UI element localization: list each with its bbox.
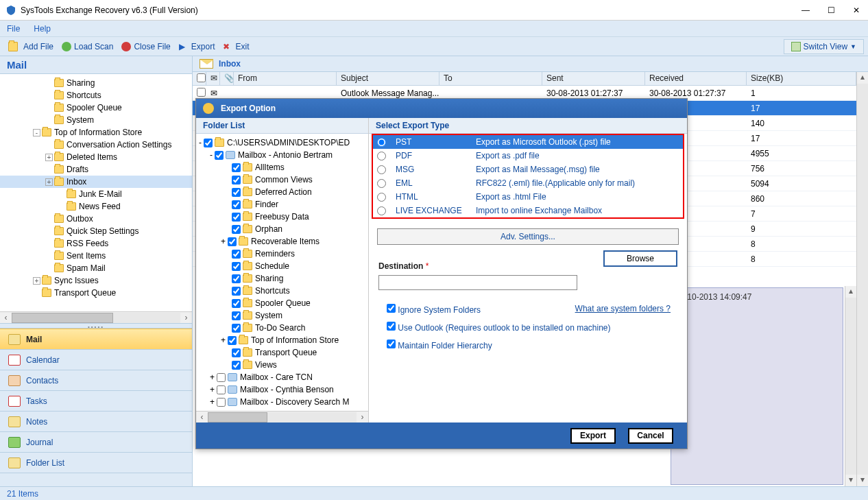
splitter[interactable]: ••••• — [0, 323, 192, 329]
export-tree-item[interactable]: +Mailbox - Discovery Search M — [199, 396, 367, 408]
preview-vscroll[interactable]: ▴▾ — [845, 286, 856, 486]
chk-maintain-hierarchy[interactable]: Maintain Folder Hierarchy — [387, 340, 677, 350]
tree-item[interactable]: Spooler Queue — [0, 102, 192, 114]
dlg-tree-hscroll[interactable]: ‹› — [196, 411, 368, 422]
grid-vscroll[interactable]: ▴▾ — [856, 72, 868, 486]
nav-notes[interactable]: Notes — [0, 411, 192, 431]
export-tree-item[interactable]: -C:\USERS\ADMIN\DESKTOP\ED — [199, 136, 367, 149]
tree-hscroll[interactable]: ‹› — [0, 311, 192, 323]
tree-item[interactable]: System — [0, 114, 192, 126]
tree-item[interactable]: Sharing — [0, 77, 192, 89]
exit-icon: ✖ — [223, 42, 232, 51]
col-from[interactable]: From — [234, 72, 337, 85]
close-file-button[interactable]: Close File — [117, 40, 174, 53]
dialog-cancel-button[interactable]: Cancel — [628, 428, 673, 444]
tree-item[interactable]: Quick Step Settings — [0, 225, 192, 237]
tree-item[interactable]: Outbox — [0, 213, 192, 225]
export-tree-item[interactable]: Transport Queue — [199, 346, 367, 359]
nav-mail[interactable]: Mail — [0, 329, 192, 349]
export-type-option[interactable]: PDFExport as .pdf file — [373, 149, 683, 163]
tree-item[interactable]: Sent Items — [0, 250, 192, 262]
export-tree-item[interactable]: +Mailbox - Care TCN — [199, 371, 367, 383]
what-system-folders-link[interactable]: What are system folders ? — [575, 304, 671, 313]
select-export-header: Select Export Type — [369, 118, 687, 134]
tree-item[interactable]: +Deleted Items — [0, 151, 192, 163]
export-tree-item[interactable]: +Top of Information Store — [199, 334, 367, 346]
left-panel-title: Mail — [0, 56, 192, 74]
destination-input[interactable] — [378, 275, 577, 290]
export-tree-item[interactable]: Sharing — [199, 272, 367, 285]
export-tree-item[interactable]: -Mailbox - Antonio Bertram — [199, 149, 367, 161]
nav-journal[interactable]: Journal — [0, 431, 192, 452]
col-sent[interactable]: Sent — [542, 72, 645, 85]
maximize-button[interactable]: ☐ — [825, 3, 838, 18]
nav-folder-list[interactable]: Folder List — [0, 452, 192, 473]
export-tree-item[interactable]: +Mailbox - Cynthia Benson — [199, 383, 367, 396]
export-tree-item[interactable]: System — [199, 309, 367, 322]
switch-view-icon — [791, 42, 801, 51]
adv-settings-button[interactable]: Adv. Settings... — [377, 228, 679, 245]
minimize-button[interactable]: — — [799, 3, 812, 18]
load-scan-button[interactable]: Load Scan — [58, 40, 117, 53]
tree-item[interactable]: Transport Queue — [0, 287, 192, 299]
nav-contacts[interactable]: Contacts — [0, 370, 192, 390]
tree-item[interactable]: Shortcuts — [0, 89, 192, 102]
export-type-option[interactable]: MSGExport as Mail Message(.msg) file — [373, 163, 683, 176]
export-tree-item[interactable]: Views — [199, 359, 367, 371]
nav-calendar[interactable]: Calendar — [0, 349, 192, 370]
col-checkbox[interactable] — [193, 72, 206, 85]
add-file-button[interactable]: Add File — [4, 40, 58, 53]
export-type-list[interactable]: PSTExport as Microsoft Outlook (.pst) fi… — [372, 134, 684, 219]
chk-use-outlook[interactable]: Use Outlook (Requires outlook to be inst… — [387, 322, 677, 333]
titlebar: SysTools Exchange Recovery v6.3 (Full Ve… — [0, 0, 868, 21]
chk-ignore-system[interactable]: Ignore System Folders What are system fo… — [387, 304, 677, 315]
col-received[interactable]: Received — [645, 72, 747, 85]
close-button[interactable]: ✕ — [850, 3, 863, 18]
dialog-title: Export Option — [221, 104, 276, 113]
export-type-option[interactable]: EMLRFC822 (.eml) file.(Applicable only f… — [373, 176, 683, 190]
tree-item[interactable]: Spam Mail — [0, 262, 192, 274]
export-folder-tree[interactable]: -C:\USERS\ADMIN\DESKTOP\ED-Mailbox - Ant… — [196, 134, 368, 411]
app-icon — [5, 5, 16, 16]
exit-button[interactable]: ✖Exit — [219, 40, 253, 53]
export-tree-item[interactable]: Freebusy Data — [199, 211, 367, 223]
nav-tasks[interactable]: Tasks — [0, 390, 192, 411]
mail-folder-tree[interactable]: SharingShortcutsSpooler QueueSystem-Top … — [0, 74, 192, 311]
col-size[interactable]: Size(KB) — [747, 72, 856, 85]
tasks-icon — [8, 396, 21, 407]
export-tree-item[interactable]: Spooler Queue — [199, 297, 367, 309]
export-tree-item[interactable]: Finder — [199, 198, 367, 211]
export-type-option[interactable]: LIVE EXCHANGEImport to online Exchange M… — [373, 204, 683, 217]
close-file-icon — [121, 42, 131, 51]
export-tree-item[interactable]: To-Do Search — [199, 322, 367, 334]
dialog-export-button[interactable]: Export — [570, 428, 616, 444]
export-type-option[interactable]: PSTExport as Microsoft Outlook (.pst) fi… — [373, 135, 683, 149]
col-to[interactable]: To — [439, 72, 542, 85]
export-button[interactable]: ▶Export — [175, 40, 219, 53]
export-icon: ▶ — [179, 42, 189, 51]
tree-item[interactable]: News Feed — [0, 200, 192, 213]
export-tree-item[interactable]: Shortcuts — [199, 285, 367, 297]
switch-view-button[interactable]: Switch View ▼ — [784, 39, 864, 54]
tree-item[interactable]: +Inbox — [0, 176, 192, 188]
browse-button[interactable]: Browse — [603, 250, 677, 267]
tree-item[interactable]: Drafts — [0, 163, 192, 176]
export-tree-item[interactable]: Schedule — [199, 260, 367, 272]
content-title-bar: Inbox — [193, 56, 868, 72]
export-tree-item[interactable]: Orphan — [199, 223, 367, 235]
export-dialog: Export Option Folder List -C:\USERS\ADMI… — [195, 98, 688, 449]
tree-item[interactable]: -Top of Information Store — [0, 126, 192, 139]
menu-help[interactable]: Help — [34, 24, 51, 34]
tree-item[interactable]: Conversation Action Settings — [0, 139, 192, 151]
export-tree-item[interactable]: AllItems — [199, 161, 367, 174]
export-tree-item[interactable]: Common Views — [199, 174, 367, 186]
export-tree-item[interactable]: +Recoverable Items — [199, 235, 367, 248]
tree-item[interactable]: RSS Feeds — [0, 237, 192, 250]
export-tree-item[interactable]: Deferred Action — [199, 186, 367, 198]
export-tree-item[interactable]: Reminders — [199, 248, 367, 260]
col-subject[interactable]: Subject — [337, 72, 439, 85]
menu-file[interactable]: File — [7, 24, 20, 34]
export-type-option[interactable]: HTMLExport as .html File — [373, 190, 683, 204]
tree-item[interactable]: Junk E-Mail — [0, 188, 192, 200]
tree-item[interactable]: +Sync Issues — [0, 274, 192, 287]
